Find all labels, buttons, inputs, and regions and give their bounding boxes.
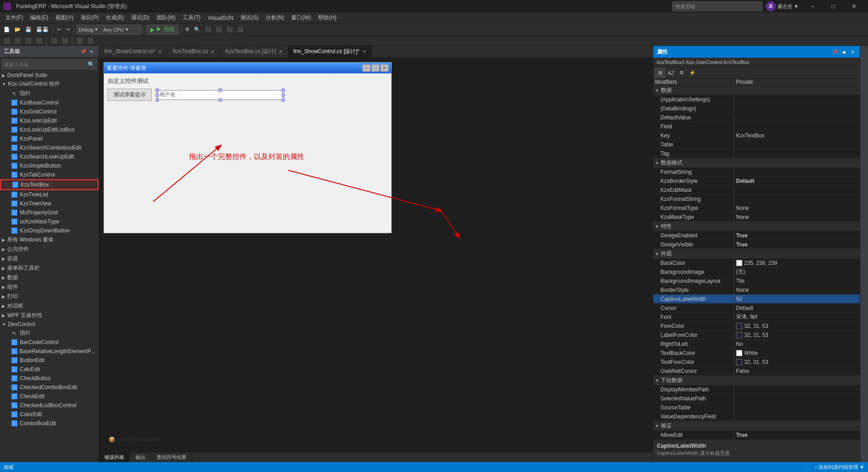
- menu-help[interactable]: 帮助(H): [314, 13, 340, 23]
- handle-bot-left[interactable]: [156, 99, 158, 101]
- toolbox-group-windows-header[interactable]: ▶ 所有 Windows 窗体: [0, 235, 99, 245]
- props-key-value[interactable]: KzxTextBox: [734, 132, 860, 139]
- props-backcolor-value[interactable]: 235, 236, 239: [734, 260, 860, 266]
- handle-mid-left[interactable]: [156, 94, 158, 96]
- close-button[interactable]: ✕: [844, 0, 864, 13]
- menu-analyze[interactable]: 分析(N): [262, 13, 288, 23]
- toolbar-btn-6[interactable]: ⬛: [235, 25, 245, 35]
- toolbox-group-common-header[interactable]: ▶ 公共控件: [0, 245, 99, 254]
- toolbar2-btn-8[interactable]: ⬛: [86, 36, 95, 46]
- toolbox-item-kzxbase[interactable]: KzxBaseControl: [0, 98, 99, 107]
- toolbox-group-dockpanel-header[interactable]: ▶ DockPanel Suite: [0, 71, 99, 79]
- minimize-button[interactable]: ─: [802, 0, 823, 13]
- toolbox-item-kzxtreeview[interactable]: KzxTreeView: [0, 199, 99, 208]
- toolbox-group-kzx-header[interactable]: ▼ Kzx.UserControl 组件: [0, 79, 99, 89]
- toolbox-group-wpf-header[interactable]: ▶ WPF 互操作性: [0, 311, 99, 320]
- toolbar-btn-1[interactable]: ⚙: [183, 25, 191, 35]
- toolbox-group-menu-header[interactable]: ▶ 菜单和工具栏: [0, 263, 99, 273]
- props-object-selector[interactable]: kzxTextBox1 Kzx.UserControl.KzxTextBox: [653, 58, 860, 67]
- toolbar-save[interactable]: 💾: [23, 25, 33, 35]
- toolbox-pin-button[interactable]: 📌: [80, 48, 87, 55]
- props-desigevisible-value[interactable]: True: [734, 241, 860, 248]
- menu-window[interactable]: 窗口(W): [288, 13, 314, 23]
- toolbox-group-container-header[interactable]: ▶ 容器: [0, 254, 99, 263]
- toolbar-btn-5[interactable]: ⬛: [225, 25, 235, 35]
- toolbox-item-kzxpanel[interactable]: KzxPanel: [0, 134, 99, 143]
- toolbox-item-pointer1[interactable]: ↖ 指针: [0, 89, 99, 98]
- menu-test[interactable]: 测试(S): [237, 13, 262, 23]
- bottom-tab-findsymbol[interactable]: 查找符号结果: [151, 453, 192, 463]
- props-row-captionlabelwidth[interactable]: CaptionLabelWidth 50: [653, 295, 860, 304]
- menu-edit[interactable]: 编辑(E): [27, 13, 52, 23]
- toolbar-undo[interactable]: ↩: [55, 25, 63, 35]
- props-section-dropdata-header[interactable]: ▼ 下拉数据: [653, 376, 860, 385]
- tab-kzxtextbox-cs-close[interactable]: ✕: [211, 49, 214, 54]
- form-maximize-button[interactable]: □: [371, 64, 380, 72]
- maximize-button[interactable]: □: [823, 0, 844, 13]
- props-desigeenabled-value[interactable]: True: [734, 232, 860, 239]
- tab-kzxtextbox-cs[interactable]: KzxTextBox.cs ✕: [167, 46, 220, 57]
- toolbox-item-baserelative[interactable]: BaseRelativeLengthElementP...: [0, 347, 99, 356]
- toolbox-item-kzxtab[interactable]: KzxTabControl: [0, 170, 99, 179]
- toolbar2-btn-1[interactable]: ⬛: [2, 36, 12, 46]
- bottom-tab-output[interactable]: 输出: [130, 453, 151, 463]
- toolbox-item-kzxlookup[interactable]: KzxLookUpEdit: [0, 116, 99, 125]
- props-cursor-value[interactable]: Default: [734, 305, 860, 311]
- toolbar-new[interactable]: 📄: [2, 25, 12, 35]
- form-minimize-button[interactable]: ─: [362, 64, 371, 72]
- toolbox-item-kzxgrid[interactable]: KzxGridControl: [0, 107, 99, 116]
- toolbox-item-kzxsearch[interactable]: KzxSearchComboboxEdit: [0, 143, 99, 152]
- props-section-features-header[interactable]: ▼ 特性: [653, 222, 860, 231]
- toolbox-item-uckzx[interactable]: ucKzxMaskType: [0, 217, 99, 226]
- toolbox-group-dialog-header[interactable]: ▶ 对话框: [0, 301, 99, 311]
- toolbox-item-checkedlist[interactable]: CheckedListBoxControl: [0, 401, 99, 410]
- props-kzxborderstyle-value[interactable]: Default: [734, 178, 860, 184]
- props-righttoleft-value[interactable]: No: [734, 341, 860, 347]
- props-usewaitcursor-value[interactable]: False: [734, 368, 860, 374]
- menu-build[interactable]: 生成(B): [102, 13, 127, 23]
- form-close-button[interactable]: ✕: [380, 64, 389, 72]
- toolbox-item-calcedit[interactable]: CalcEdit: [0, 365, 99, 374]
- toolbar2-btn-3[interactable]: ⬛: [23, 36, 33, 46]
- props-events-button[interactable]: ⚡: [687, 68, 697, 78]
- props-sort-alpha-button[interactable]: AZ: [666, 68, 676, 78]
- toolbar-open[interactable]: 📂: [13, 25, 23, 35]
- toolbox-close-button[interactable]: ✕: [88, 48, 95, 55]
- toolbar2-btn-4[interactable]: ⬛: [34, 36, 44, 46]
- tab-frm-showcontrol-cs-close[interactable]: ✕: [158, 49, 162, 54]
- toolbox-item-kzxtextbox[interactable]: KzxTextBox: [0, 179, 99, 190]
- props-section-appearance-header[interactable]: ▼ 外观: [653, 249, 860, 259]
- bottom-tab-errors[interactable]: 错误列表: [99, 453, 130, 463]
- props-pin-button[interactable]: 📌: [831, 48, 838, 55]
- menu-view[interactable]: 视图(V): [52, 13, 77, 23]
- toolbox-item-kzxsearchlookup[interactable]: KzxSearchLookUpEdit: [0, 152, 99, 161]
- menu-tools[interactable]: 工具(T): [179, 13, 204, 23]
- props-textbackcolor-value[interactable]: White: [734, 350, 860, 356]
- handle-top-left[interactable]: [156, 89, 158, 91]
- platform-dropdown[interactable]: Any CPU ▾: [101, 25, 141, 35]
- debug-config-dropdown[interactable]: Debug ▾: [77, 25, 100, 35]
- handle-mid-right[interactable]: [282, 94, 285, 96]
- props-textforecolor-value[interactable]: 32, 31, 53: [734, 359, 860, 365]
- toolbox-item-checkbutton[interactable]: CheckButton: [0, 374, 99, 383]
- toolbox-item-coloredit[interactable]: ColorEdit: [0, 410, 99, 419]
- tab-frm-showcontrol-cs[interactable]: frm_ShowControl.cs* ✕: [99, 46, 167, 57]
- user-label[interactable]: 廉志垒 ▼: [778, 3, 799, 10]
- toolbar-btn-4[interactable]: ⬛: [214, 25, 224, 35]
- toolbox-group-comp-header[interactable]: ▶ 组件: [0, 282, 99, 292]
- toolbar2-btn-2[interactable]: ⬛: [13, 36, 23, 46]
- toolbar-btn-2[interactable]: 🔍: [192, 25, 202, 35]
- toolbox-item-kzxtreelist[interactable]: KzxTreeList: [0, 190, 99, 199]
- props-font-value[interactable]: 宋体, 9pt: [734, 313, 860, 321]
- toolbox-item-kzxlookuplist[interactable]: KzxLookUpEditListBox: [0, 125, 99, 134]
- toolbar2-btn-6[interactable]: ⬛: [60, 36, 70, 46]
- tab-frm-showcontrol-design-close[interactable]: ✕: [362, 49, 366, 54]
- props-sort-category-button[interactable]: ⊞: [655, 68, 665, 78]
- tab-kzxtextbox-design[interactable]: KzxTextBox.cs [设计] ✕: [220, 46, 288, 57]
- props-close-button[interactable]: ✕: [849, 48, 856, 55]
- tab-kzxtextbox-design-close[interactable]: ✕: [279, 49, 282, 54]
- props-section-data-header[interactable]: ▼ 数据: [653, 86, 860, 95]
- toolbox-group-print-header[interactable]: ▶ 打印: [0, 292, 99, 301]
- menu-file[interactable]: 文件(F): [2, 13, 27, 23]
- menu-team[interactable]: 团队(M): [153, 13, 179, 23]
